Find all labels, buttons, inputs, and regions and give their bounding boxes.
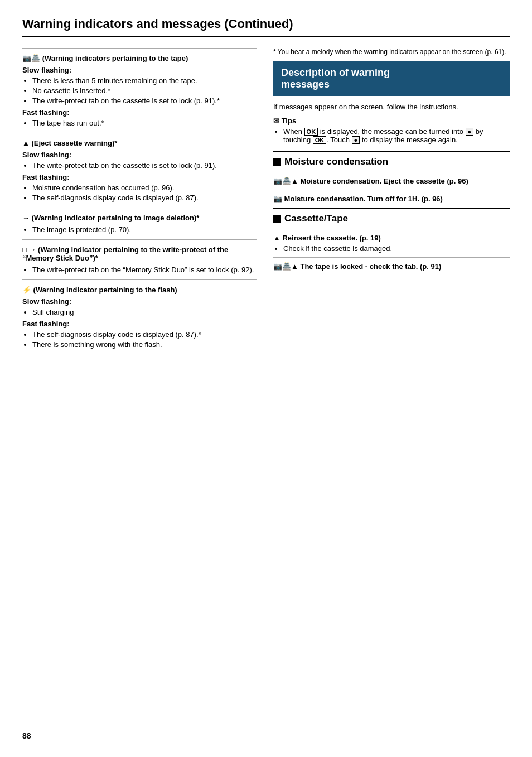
page-number: 88 [22, 731, 31, 740]
list-item: No cassette is inserted.* [32, 86, 257, 95]
tips-icon: ✉ [273, 117, 279, 125]
moisture-section: Moisture condensation [273, 151, 510, 167]
black-square-icon-2 [273, 215, 281, 223]
cassette-item-1-title: ▲ Reinsert the cassette. (p. 19) [273, 234, 510, 242]
moisture-heading: Moisture condensation [273, 156, 510, 167]
tips-title: ✉ Tips [273, 117, 510, 125]
description-heading: Description of warningmessages [273, 61, 510, 96]
slow-flashing-label-1: Slow flashing: [22, 66, 257, 74]
fast-flashing-list-3: The self-diagnosis display code is displ… [32, 330, 257, 349]
ok-box: OK [304, 128, 318, 136]
fast-flashing-label-1: Fast flashing: [22, 108, 257, 117]
section-memory-stick-title: □ → (Warning indicator pertaining to the… [22, 245, 257, 262]
fast-flashing-list-2: Moisture condensation has occurred (p. 9… [32, 184, 257, 202]
section-image-deletion-title: → (Warning indicator pertaining to image… [22, 214, 257, 222]
section-eject-title: ▲ (Eject cassette warning)* [22, 139, 257, 147]
left-column: 📷🏯 (Warning indicators pertaining to the… [22, 48, 257, 354]
tips-section: ✉ Tips When OK is displayed, the message… [273, 117, 510, 144]
slow-flashing-list-2: The write-protect tab on the cassette is… [32, 161, 257, 170]
fast-flashing-label-3: Fast flashing: [22, 320, 257, 328]
cassette-item-2: 📷🏯▲ The tape is locked - check the tab. … [273, 257, 510, 271]
slow-flashing-list-3: Still charging [32, 308, 257, 316]
list-item: The tape has run out.* [32, 119, 257, 127]
tape-icon: 📷🏯 [22, 54, 40, 62]
moisture-item-1-title: 📷🏯▲ Moisture condensation. Eject the cas… [273, 177, 510, 185]
cassette-heading-text: Cassette/Tape [284, 213, 348, 224]
cassette-item-1-list: Check if the cassette is damaged. [283, 244, 510, 253]
slow-flashing-label-2: Slow flashing: [22, 151, 257, 159]
section-flash-title: ⚡ (Warning indicator pertaining to the f… [22, 286, 257, 294]
image-deletion-list: The image is protected (p. 70). [32, 225, 257, 234]
list-item: The self-diagnosis display code is displ… [32, 194, 257, 202]
list-item: Check if the cassette is damaged. [283, 244, 510, 253]
black-square-icon [273, 158, 281, 166]
cassette-heading: Cassette/Tape [273, 213, 510, 224]
cassette-section: Cassette/Tape [273, 208, 510, 224]
info-box: ● [466, 128, 474, 136]
intro-text: If messages appear on the screen, follow… [273, 103, 510, 111]
list-item: The image is protected (p. 70). [32, 225, 257, 234]
cassette-item-2-title: 📷🏯▲ The tape is locked - check the tab. … [273, 262, 510, 271]
slow-flashing-list-1: There is less than 5 minutes remaining o… [32, 76, 257, 105]
section-memory-stick: □ → (Warning indicator pertaining to the… [22, 239, 257, 274]
tips-list: When OK is displayed, the message can be… [283, 127, 510, 144]
section-eject-warning: ▲ (Eject cassette warning)* Slow flashin… [22, 133, 257, 202]
page: Warning indicators and messages (Continu… [0, 0, 532, 757]
moisture-item-1: 📷🏯▲ Moisture condensation. Eject the cas… [273, 172, 510, 185]
fast-flashing-list-1: The tape has run out.* [32, 119, 257, 127]
list-item: There is something wrong with the flash. [32, 340, 257, 349]
list-item: The self-diagnosis display code is displ… [32, 330, 257, 339]
list-item: The write-protect tab on the cassette is… [32, 97, 257, 105]
cassette-item-1: ▲ Reinsert the cassette. (p. 19) Check i… [273, 229, 510, 253]
info-box-2: ● [352, 136, 360, 144]
moisture-item-2: 📷 Moisture condensation. Turn off for 1H… [273, 190, 510, 203]
moisture-item-2-title: 📷 Moisture condensation. Turn off for 1H… [273, 195, 510, 203]
section-flash-warning: ⚡ (Warning indicator pertaining to the f… [22, 279, 257, 349]
ok-box-2: OK [313, 136, 327, 144]
right-column: * You hear a melody when the warning ind… [273, 48, 510, 354]
list-item: Moisture condensation has occurred (p. 9… [32, 184, 257, 192]
list-item: There is less than 5 minutes remaining o… [32, 76, 257, 85]
two-column-layout: 📷🏯 (Warning indicators pertaining to the… [22, 48, 510, 354]
page-header: Warning indicators and messages (Continu… [22, 17, 510, 37]
slow-flashing-label-3: Slow flashing: [22, 297, 257, 306]
list-item: When OK is displayed, the message can be… [283, 127, 510, 144]
memory-stick-list: The write-protect tab on the “Memory Sti… [32, 266, 257, 274]
moisture-heading-text: Moisture condensation [284, 156, 388, 167]
list-item: The write-protect tab on the cassette is… [32, 161, 257, 170]
section-tape-warning: 📷🏯 (Warning indicators pertaining to the… [22, 48, 257, 127]
section-image-deletion: → (Warning indicator pertaining to image… [22, 208, 257, 234]
section-tape-title: 📷🏯 (Warning indicators pertaining to the… [22, 54, 257, 62]
fast-flashing-label-2: Fast flashing: [22, 173, 257, 181]
list-item: The write-protect tab on the “Memory Sti… [32, 266, 257, 274]
melody-note: * You hear a melody when the warning ind… [273, 48, 510, 56]
list-item: Still charging [32, 308, 257, 316]
